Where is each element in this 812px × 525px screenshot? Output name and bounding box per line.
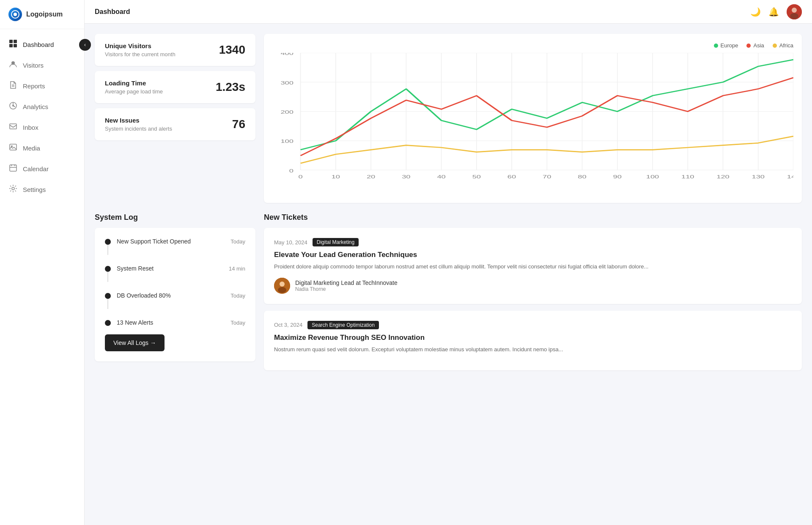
svg-rect-2: [9, 40, 13, 43]
header: Dashboard 🌙 🔔: [85, 0, 812, 24]
svg-text:140: 140: [787, 174, 793, 179]
svg-text:50: 50: [472, 174, 481, 179]
log-dot: [105, 239, 111, 245]
moon-icon[interactable]: 🌙: [750, 7, 761, 17]
bottom-row: System Log New Support Ticket Opened: [95, 213, 802, 370]
log-item-time: Today: [230, 238, 245, 245]
sidebar-item-visitors[interactable]: Visitors: [0, 55, 84, 76]
unique-visitors-info: Unique Visitors Visitors for the current…: [105, 42, 176, 57]
loading-time-info: Loading Time Average page load time: [105, 79, 163, 95]
log-item-time: Today: [230, 293, 245, 299]
sidebar-item-calendar[interactable]: Calendar: [0, 159, 84, 179]
top-row: Unique Visitors Visitors for the current…: [95, 34, 802, 203]
sidebar-label-media: Media: [23, 145, 40, 152]
svg-point-18: [12, 187, 14, 190]
log-item-label: 13 New Alerts: [117, 319, 153, 326]
legend-europe: Europe: [714, 42, 738, 49]
media-icon: [8, 143, 18, 153]
sidebar-label-calendar: Calendar: [23, 165, 49, 172]
svg-text:200: 200: [280, 109, 294, 115]
ticket-author-1: Digital Marketing Lead at TechInnovate N…: [274, 278, 792, 294]
sidebar-collapse-btn[interactable]: ‹: [79, 39, 91, 51]
asia-dot: [746, 44, 751, 48]
ticket-title-1: Elevate Your Lead Generation Techniques: [274, 251, 792, 259]
settings-icon: [8, 184, 18, 195]
sidebar-item-analytics[interactable]: Analytics: [0, 96, 84, 117]
log-items-list: New Support Ticket Opened Today: [105, 238, 245, 326]
logo-text: Logoipsum: [26, 11, 63, 18]
svg-rect-11: [10, 124, 16, 129]
ticket-title-2: Maximize Revenue Through SEO Innovation: [274, 334, 792, 342]
legend-asia: Asia: [746, 42, 764, 49]
system-log-title: System Log: [95, 213, 255, 222]
log-item-time: Today: [230, 320, 245, 326]
svg-point-20: [792, 8, 797, 13]
sidebar: Logoipsum Dashboard ‹ Visitors Reports: [0, 0, 85, 525]
ticket-card-1: May 10, 2024 Digital Marketing Elevate Y…: [264, 228, 802, 304]
svg-point-63: [280, 282, 285, 287]
svg-text:130: 130: [752, 174, 765, 179]
svg-point-1: [14, 13, 17, 16]
svg-text:70: 70: [543, 174, 551, 179]
new-issues-info: New Issues System incidents and alerts: [105, 117, 172, 132]
svg-text:0: 0: [289, 168, 294, 173]
new-issues-title: New Issues: [105, 117, 172, 124]
log-item-time: 14 min: [229, 265, 245, 272]
svg-rect-4: [9, 44, 13, 47]
user-avatar[interactable]: [787, 4, 802, 19]
dashboard-icon: [8, 39, 18, 50]
author-name-1: Nadia Thorne: [295, 286, 398, 292]
ticket-meta-2: Oct 3, 2024 Search Engine Optimization: [274, 321, 792, 329]
ticket-desc-1: Proident dolore aliquip commodo tempor l…: [274, 262, 792, 271]
log-item-row: DB Overloaded 80% Today: [117, 292, 245, 299]
ticket-tag-2: Search Engine Optimization: [307, 321, 379, 329]
log-item-label: DB Overloaded 80%: [117, 292, 171, 299]
log-item-label: New Support Ticket Opened: [117, 238, 191, 245]
log-dot: [105, 320, 111, 326]
new-issues-card: New Issues System incidents and alerts 7…: [95, 108, 255, 140]
new-issues-subtitle: System incidents and alerts: [105, 126, 172, 132]
unique-visitors-card: Unique Visitors Visitors for the current…: [95, 34, 255, 66]
svg-text:120: 120: [716, 174, 730, 179]
inbox-icon: [8, 122, 18, 133]
author-role-label-1: Digital Marketing Lead at TechInnovate: [295, 279, 398, 286]
chart-legend: Europe Asia Africa: [272, 42, 793, 49]
stats-panel: Unique Visitors Visitors for the current…: [95, 34, 255, 203]
sidebar-item-reports[interactable]: Reports: [0, 76, 84, 96]
svg-text:400: 400: [280, 53, 294, 56]
sidebar-item-media[interactable]: Media: [0, 138, 84, 159]
view-all-logs-button[interactable]: View All Logs →: [105, 334, 165, 351]
sidebar-label-reports: Reports: [23, 82, 45, 90]
log-item: 13 New Alerts Today: [105, 319, 245, 326]
unique-visitors-value: 1340: [219, 43, 245, 57]
log-item-row: New Support Ticket Opened Today: [117, 238, 245, 245]
log-connector-line: [107, 299, 108, 309]
sidebar-label-visitors: Visitors: [23, 62, 44, 69]
log-item-row: System Reset 14 min: [117, 265, 245, 272]
chart-panel: Europe Asia Africa: [264, 34, 802, 203]
svg-rect-12: [10, 144, 16, 150]
loading-time-card: Loading Time Average page load time 1.23…: [95, 71, 255, 103]
logo-icon: [8, 8, 22, 21]
svg-rect-3: [14, 40, 17, 43]
svg-text:100: 100: [646, 174, 659, 179]
line-chart: 0 100 200 300 400 0 10 20 30 40 50 60 70…: [272, 53, 793, 188]
legend-africa: Africa: [773, 42, 793, 49]
sidebar-item-dashboard[interactable]: Dashboard ‹: [0, 34, 84, 55]
sidebar-item-settings[interactable]: Settings: [0, 179, 84, 200]
svg-text:20: 20: [367, 174, 375, 179]
loading-time-value: 1.23s: [216, 80, 245, 94]
svg-text:30: 30: [402, 174, 410, 179]
notification-icon[interactable]: 🔔: [768, 7, 779, 17]
svg-text:300: 300: [280, 80, 294, 85]
ticket-date-1: May 10, 2024: [274, 239, 307, 246]
author-details-1: Digital Marketing Lead at TechInnovate N…: [295, 279, 398, 292]
content-area: Unique Visitors Visitors for the current…: [85, 24, 812, 525]
ticket-tag-1: Digital Marketing: [313, 238, 359, 246]
logo-area[interactable]: Logoipsum: [0, 0, 84, 29]
log-dot-col: [105, 265, 111, 282]
sidebar-item-inbox[interactable]: Inbox: [0, 117, 84, 138]
log-item-content: System Reset 14 min: [117, 265, 245, 272]
europe-dot: [714, 44, 718, 48]
sidebar-label-analytics: Analytics: [23, 103, 48, 110]
